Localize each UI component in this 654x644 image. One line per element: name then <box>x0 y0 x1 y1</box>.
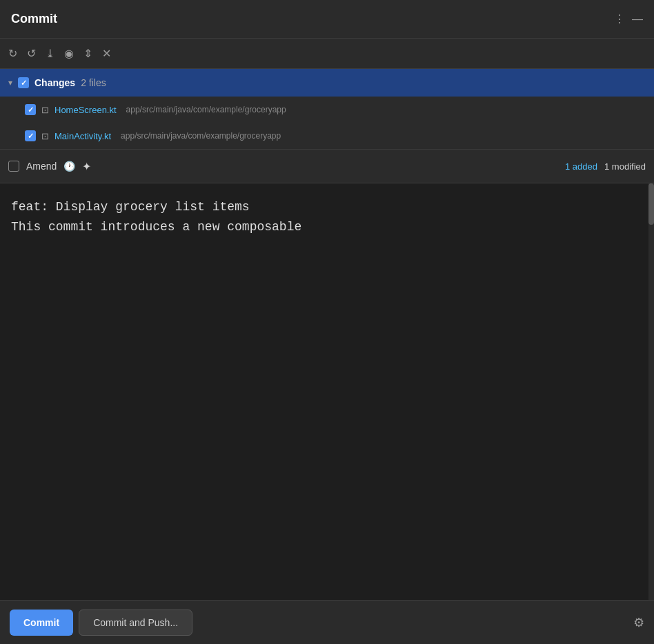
changes-header[interactable]: ▾ Changes 2 files <box>0 69 654 97</box>
eye-icon[interactable]: ◉ <box>64 47 74 60</box>
file-item-mainactivity[interactable]: ⊡ MainActivity.kt app/src/main/java/com/… <box>0 123 654 149</box>
commit-message-area[interactable] <box>0 183 654 644</box>
add-icon[interactable]: ✦ <box>82 160 91 173</box>
file-name-mainactivity: MainActivity.kt <box>54 131 111 141</box>
file-modified-icon: ⊡ <box>41 105 49 115</box>
file-modified-icon-2: ⊡ <box>41 131 49 141</box>
changes-label: Changes <box>34 77 75 88</box>
changes-count: 2 files <box>81 77 106 88</box>
minimize-icon[interactable]: — <box>632 13 643 26</box>
more-icon[interactable]: ⋮ <box>614 12 625 26</box>
file-item-homescreen[interactable]: ⊡ HomeScreen.kt app/src/main/java/com/ex… <box>0 97 654 123</box>
bottom-bar: Commit Commit and Push... ⚙ <box>0 600 654 644</box>
commit-push-button[interactable]: Commit and Push... <box>79 610 192 636</box>
file-path-homescreen: app/src/main/java/com/example/groceryapp <box>126 105 286 114</box>
main-layout: ▾ Changes 2 files ⊡ HomeScreen.kt app/sr… <box>0 69 654 644</box>
amend-checkbox[interactable] <box>8 161 19 172</box>
refresh-icon[interactable]: ↻ <box>8 47 17 60</box>
scrollbar-thumb[interactable] <box>648 183 654 225</box>
file-name-homescreen: HomeScreen.kt <box>54 105 117 115</box>
amend-label: Amend <box>26 161 57 172</box>
scrollbar[interactable] <box>648 183 654 644</box>
header-actions: ⋮ — <box>614 12 643 26</box>
download-icon[interactable]: ⤓ <box>46 47 54 60</box>
commit-message-input[interactable] <box>11 197 643 237</box>
amend-row: Amend 🕐 ✦ 1 added 1 modified <box>0 149 654 183</box>
file-checkbox-homescreen[interactable] <box>25 104 36 115</box>
settings-icon[interactable]: ⚙ <box>633 615 644 630</box>
file-checkbox-mainactivity[interactable] <box>25 130 36 141</box>
history-icon[interactable]: 🕐 <box>63 161 75 172</box>
undo-icon[interactable]: ↺ <box>27 47 36 60</box>
expand-icon[interactable]: ⇕ <box>83 47 92 60</box>
close-icon[interactable]: ✕ <box>102 47 111 60</box>
file-path-mainactivity: app/src/main/java/com/example/groceryapp <box>121 131 281 141</box>
modified-badge: 1 modified <box>604 161 646 172</box>
chevron-down-icon: ▾ <box>8 78 12 88</box>
commit-button[interactable]: Commit <box>10 610 73 636</box>
changes-checkbox[interactable] <box>18 77 29 88</box>
header: Commit ⋮ — <box>0 0 654 39</box>
page-title: Commit <box>11 12 57 26</box>
added-badge: 1 added <box>565 161 597 172</box>
toolbar: ↻ ↺ ⤓ ◉ ⇕ ✕ <box>0 39 654 69</box>
file-list-area: ▾ Changes 2 files ⊡ HomeScreen.kt app/sr… <box>0 69 654 183</box>
